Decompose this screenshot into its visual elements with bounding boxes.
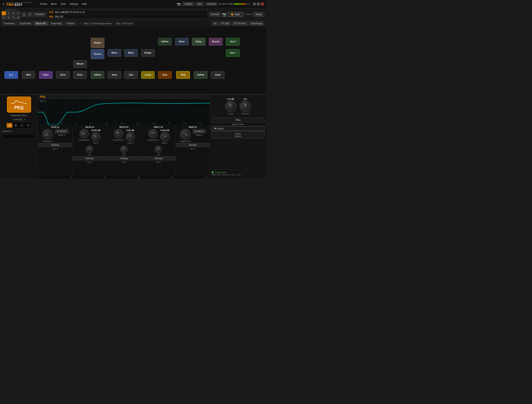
block-flange[interactable]: Flange (141, 49, 155, 57)
menu-help[interactable]: Help (80, 2, 89, 6)
eq-graph[interactable]: 200 Hz 20 40 (38, 99, 210, 125)
pause-icon[interactable]: ⏸ (2, 2, 5, 6)
block-volpan3[interactable]: VolPan (158, 38, 172, 45)
block-mixer1[interactable]: Mixer (108, 49, 121, 57)
nav-right: 10 FC Edit FC Per-Prst Sets/Songs (212, 21, 264, 26)
block-filter[interactable]: Filter (39, 71, 53, 79)
block-chorus[interactable]: Chorus (91, 49, 104, 59)
library-search-input[interactable] (2, 134, 36, 139)
band3-type-btn[interactable]: Peaking (107, 156, 141, 160)
block-out2[interactable]: Out 2 (226, 38, 240, 45)
win-close[interactable]: ✕ (261, 2, 264, 6)
block-gate[interactable]: Gate (158, 71, 172, 79)
bypass-button[interactable]: Bypass (212, 126, 264, 131)
scroll-up-btn[interactable]: ▲ (22, 12, 26, 17)
scene-btn-5[interactable]: 5 (2, 16, 6, 20)
block-label-in1: In 1 (9, 74, 13, 76)
channel-label-text: CHANNEL (13, 118, 23, 121)
nav-controllers[interactable]: Controllers (2, 21, 17, 26)
level-knob[interactable] (225, 101, 237, 112)
block-out1[interactable]: Out 1 (226, 49, 240, 57)
nav-block-info[interactable]: Block Info (34, 21, 48, 26)
block-reverb[interactable]: Reverb (209, 38, 222, 45)
presets-dropdown[interactable]: Presets▾ (34, 12, 46, 16)
channel-a[interactable]: A (6, 123, 13, 128)
nav-scene-mgr[interactable]: Scene Mgr (49, 21, 64, 26)
nav-quick-build[interactable]: Quick Build (17, 21, 33, 26)
block-amp[interactable]: Amp (108, 71, 121, 79)
scene-name: Dry SC (55, 15, 63, 18)
tuner-button[interactable]: TUNER (182, 2, 194, 6)
block-wah[interactable]: Wah (22, 71, 35, 79)
band1-slope-btn[interactable]: 36 dB/Oct (55, 129, 68, 134)
band4-q-knob[interactable] (155, 146, 162, 153)
band4-gain-knob[interactable] (160, 132, 170, 141)
scene-btn-2[interactable]: 2 (6, 11, 11, 15)
scene-btn-6[interactable]: 6 (6, 16, 11, 20)
menu-settings[interactable]: Settings (68, 2, 80, 6)
save-button[interactable]: Save (228, 12, 243, 17)
s4-label: S4 (141, 176, 174, 178)
block-in1[interactable]: In 1 (4, 71, 18, 79)
scene-btn-3[interactable]: 3 (11, 11, 16, 15)
block-send[interactable]: Send (211, 71, 225, 79)
scene-ignore-button[interactable]: SceneIgnore (212, 131, 264, 138)
menu-block[interactable]: Block (49, 2, 58, 6)
band3-q-knob[interactable] (120, 146, 128, 153)
scene-btn-1[interactable]: 1 (2, 11, 6, 15)
block-return[interactable]: Return (73, 60, 87, 68)
block-mixer3[interactable]: Mixer (175, 38, 189, 45)
block-peq[interactable]: PEQ (176, 71, 190, 79)
tap-button[interactable]: TAP (195, 2, 204, 6)
band5-slope-btn[interactable]: 36 dB/Oct (192, 129, 206, 134)
block-delay[interactable]: Delay (192, 38, 205, 45)
band4-type-btn[interactable]: Shelving (142, 156, 175, 160)
nav-10[interactable]: 10 (212, 21, 219, 26)
camera-icon[interactable]: 📷 (222, 12, 227, 17)
scroll-down-btn[interactable]: ▼ (28, 12, 32, 17)
win-zoom[interactable]: + (257, 2, 260, 6)
band5-type-btn[interactable]: Blocking (176, 143, 209, 147)
band2-freq-knob[interactable] (80, 129, 89, 138)
scene-btn-7[interactable]: 7 (11, 16, 16, 20)
block-thumbnail[interactable]: PEQ (7, 96, 31, 113)
band2-q-knob[interactable] (86, 146, 93, 153)
band5-freq-knob[interactable] (180, 129, 190, 140)
band4-freq-knob[interactable] (148, 129, 158, 138)
channel-c[interactable]: C (19, 123, 25, 128)
win-minimize[interactable]: — (253, 2, 256, 6)
block-volpan2[interactable]: VolPan (194, 71, 208, 79)
setup-button[interactable]: Setup (253, 12, 264, 17)
band4-freq-knob-group: Frequency 4 (147, 129, 159, 141)
menu-preset[interactable]: Preset (39, 2, 49, 6)
block-drive1[interactable]: Drive (56, 71, 70, 79)
band1-type-btn[interactable]: Blocking (38, 143, 72, 147)
balance-knob[interactable] (240, 101, 251, 112)
nav-fc-edit[interactable]: FC Edit (219, 21, 231, 26)
band4-gain-label: Gain 4 (162, 142, 168, 144)
nav-perform[interactable]: Perform (64, 21, 77, 26)
channel-dropdown-arrow[interactable]: ▾ (24, 118, 25, 121)
band1-freq-knob[interactable] (43, 129, 53, 140)
channel-d[interactable]: D (25, 123, 31, 128)
scene-btn-8[interactable]: 8 (16, 16, 20, 20)
band3-freq-knob[interactable] (114, 129, 123, 138)
nav-fc-per-prst[interactable]: FC Per-Prst (232, 21, 248, 26)
info-icon: ℹ (80, 22, 81, 25)
band2-gain-knob[interactable] (91, 132, 101, 141)
screenshot-icon[interactable]: 📷 (177, 2, 181, 6)
scene-btn-4[interactable]: 4 (16, 11, 20, 15)
scenes-dropdown[interactable]: Scenes▾ (209, 12, 221, 16)
nav-sets-songs[interactable]: Sets/Songs (249, 21, 264, 26)
block-comp[interactable]: Comp (141, 71, 155, 79)
block-drive2[interactable]: Drive (73, 71, 87, 79)
block-cab[interactable]: Cab (124, 71, 138, 79)
library-dropdown-arrow[interactable]: ▾ (12, 130, 13, 133)
band2-type-btn[interactable]: Shelving (73, 156, 106, 160)
menu-tools[interactable]: Tools (59, 2, 68, 6)
block-mixer2[interactable]: Mixer (124, 49, 138, 57)
block-volpan1[interactable]: VolPan (91, 71, 104, 79)
block-rotary[interactable]: Rotary (91, 38, 104, 48)
band3-gain-knob[interactable] (126, 132, 135, 141)
channel-b[interactable]: B (13, 123, 19, 128)
